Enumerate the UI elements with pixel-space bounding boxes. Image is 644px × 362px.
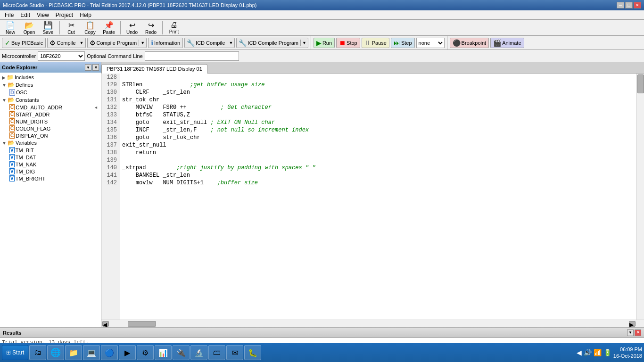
- sidebar-item-variables[interactable]: ▼ 📂 Variables: [0, 139, 101, 147]
- open-button[interactable]: 📂 Open: [21, 20, 38, 36]
- constant-icon-3: C: [9, 118, 15, 124]
- taskbar-app5[interactable]: ✉: [226, 345, 243, 360]
- sidebar-close-button[interactable]: ✕: [92, 64, 99, 71]
- icd-compile-program-arrow[interactable]: ▼: [300, 40, 308, 46]
- start-label: Start: [12, 349, 24, 356]
- undo-button[interactable]: ↩ Undo: [124, 20, 140, 36]
- code-view[interactable]: 128 129 130 131 132 133 134 135 136 137 …: [101, 74, 644, 320]
- h-scroll-left[interactable]: ◀: [102, 321, 109, 327]
- menu-view[interactable]: View: [34, 11, 52, 19]
- taskbar-app2[interactable]: 🔌: [173, 345, 190, 360]
- tray-battery[interactable]: 🔋: [603, 349, 611, 356]
- redo-button[interactable]: ↪ Redo: [142, 20, 159, 36]
- results-down-button[interactable]: ▼: [627, 329, 634, 336]
- sidebar-item-tm-nak[interactable]: V TM_NAK: [0, 161, 101, 168]
- run-label: Run: [322, 40, 332, 46]
- animate-label: Animate: [502, 40, 521, 46]
- buy-picbasic-button[interactable]: ✓ Buy PICBasic: [2, 38, 46, 48]
- start-button[interactable]: ⊞ Start: [2, 345, 28, 360]
- results-close-button[interactable]: ✕: [635, 329, 641, 336]
- pause-button[interactable]: ⏸ Pause: [362, 38, 389, 48]
- compile-dropdown[interactable]: ⚙ Compile ▼: [47, 38, 85, 48]
- sidebar-item-tm-bright[interactable]: V TM_BRIGHT: [0, 175, 101, 182]
- compile-arrow[interactable]: ▼: [78, 40, 85, 46]
- sidebar-item-cmd-auto-addr[interactable]: C CMD_AUTO_ADDR ◄: [0, 104, 101, 111]
- icd-compile-dropdown[interactable]: 🔧 ICD Compile ▼: [184, 38, 235, 48]
- h-scroll-right[interactable]: ▶: [629, 321, 636, 327]
- code-line-134: goto exit_str_null ; EXIT ON Null char: [122, 119, 635, 126]
- taskbar-filemanager[interactable]: 🗂: [29, 345, 46, 360]
- sidebar-item-tm-dig[interactable]: V TM_DIG: [0, 168, 101, 175]
- compile-program-arrow[interactable]: ▼: [139, 40, 146, 46]
- tray-arrow[interactable]: ◀: [577, 349, 582, 356]
- sidebar-item-tm-dat[interactable]: V TM_DAT: [0, 154, 101, 161]
- microcontroller-select[interactable]: 18F2620: [38, 51, 85, 61]
- information-button[interactable]: ℹ Information: [148, 38, 183, 48]
- maximize-button[interactable]: □: [625, 2, 633, 8]
- tray-network[interactable]: 📶: [594, 349, 602, 356]
- right-scrollbar[interactable]: [636, 74, 644, 320]
- new-button[interactable]: 📄 New: [2, 20, 19, 36]
- close-button[interactable]: ✕: [634, 2, 641, 8]
- icd-compile-program-dropdown[interactable]: 🔧 ICD Compile Program ▼: [236, 38, 308, 48]
- sidebar-item-osc[interactable]: D OSC: [0, 89, 101, 96]
- sidebar-item-tm-bit[interactable]: V TM_BIT: [0, 147, 101, 154]
- h-scroll-thumb[interactable]: [128, 321, 156, 327]
- taskbar-folder[interactable]: 📁: [65, 345, 82, 360]
- minimize-button[interactable]: ─: [617, 2, 624, 8]
- step-select[interactable]: none: [416, 38, 445, 48]
- icd-compile-arrow[interactable]: ▼: [227, 40, 234, 46]
- print-button[interactable]: 🖨 Print: [165, 20, 182, 35]
- save-button[interactable]: 💾 Save: [40, 20, 57, 36]
- titlebar-controls: ─ □ ✕: [617, 2, 641, 8]
- scroll-indicator: ◄: [94, 105, 98, 110]
- tab-pbp31[interactable]: PBP31 18F2620 TM1637 LED Display 01: [101, 64, 207, 74]
- system-tray: ◀ 🔊 📶 🔋 06:09 PM 16-Oct-2018: [577, 346, 642, 360]
- sidebar-item-display-on[interactable]: C DISPLAY_ON: [0, 132, 101, 139]
- clock[interactable]: 06:09 PM 16-Oct-2018: [613, 346, 642, 360]
- tray-speaker[interactable]: 🔊: [584, 349, 592, 356]
- taskbar-bug[interactable]: 🐛: [244, 345, 261, 360]
- menu-edit[interactable]: Edit: [17, 11, 33, 19]
- menu-file[interactable]: File: [2, 11, 17, 19]
- paste-icon: 📌: [104, 21, 114, 30]
- results-header-controls: ▼ ✕: [627, 329, 641, 336]
- scroll-thumb[interactable]: [637, 74, 644, 93]
- sidebar-down-button[interactable]: ▼: [85, 64, 91, 71]
- menu-help[interactable]: Help: [77, 11, 94, 19]
- menu-project[interactable]: Project: [53, 11, 76, 19]
- stop-button[interactable]: ⏹ Stop: [336, 38, 360, 48]
- animate-button[interactable]: 🎬 Animate: [490, 38, 524, 48]
- tab-bar: PBP31 18F2620 TM1637 LED Display 01: [101, 62, 644, 74]
- optional-input[interactable]: [145, 51, 239, 61]
- taskbar-terminal[interactable]: 💻: [83, 345, 100, 360]
- taskbar-media[interactable]: ▶: [119, 345, 136, 360]
- code-content[interactable]: STRlen ;get buffer usage size CLRF _str_…: [120, 74, 636, 320]
- run-button[interactable]: ▶ Run: [314, 38, 335, 48]
- cut-button[interactable]: ✂ Cut: [63, 20, 80, 36]
- var-icon-2: V: [9, 154, 15, 160]
- sidebar-item-start-addr[interactable]: C START_ADDR: [0, 111, 101, 118]
- sidebar-item-colon-flag[interactable]: C COLON_FLAG: [0, 125, 101, 132]
- taskbar-app1[interactable]: 📊: [155, 345, 172, 360]
- horizontal-scrollbar[interactable]: ◀ ▶: [101, 320, 644, 327]
- start-addr-label: START_ADDR: [16, 112, 50, 117]
- copy-button[interactable]: 📋 Copy: [82, 20, 99, 36]
- sidebar-item-includes[interactable]: ▶ 📁 Includes: [0, 74, 101, 81]
- sidebar-item-constants[interactable]: ▼ 📂 Constants: [0, 96, 101, 104]
- paste-button[interactable]: 📌 Paste: [100, 20, 117, 36]
- step-button[interactable]: ⏭ Step: [391, 38, 415, 48]
- linenum-128: 128: [104, 74, 117, 81]
- breakpoint-button[interactable]: ⚫ Breakpoint: [450, 38, 489, 48]
- sidebar-item-num-digits[interactable]: C NUM_DIGITS: [0, 118, 101, 125]
- code-line-137: exit_str_null: [122, 141, 635, 149]
- sidebar-item-defines[interactable]: ▼ 📂 Defines: [0, 81, 101, 89]
- linenum-135: 135: [104, 126, 117, 134]
- compile-program-dropdown[interactable]: ⚙ Compile Program ▼: [87, 38, 147, 48]
- taskbar-settings[interactable]: ⚙: [137, 345, 154, 360]
- taskbar-app3[interactable]: 🔬: [190, 345, 207, 360]
- taskbar-app4[interactable]: 🗃: [208, 345, 225, 360]
- includes-folder-icon: 📁: [7, 74, 14, 81]
- taskbar-chrome[interactable]: 🌐: [47, 345, 64, 360]
- taskbar-browser[interactable]: 🔵: [101, 345, 118, 360]
